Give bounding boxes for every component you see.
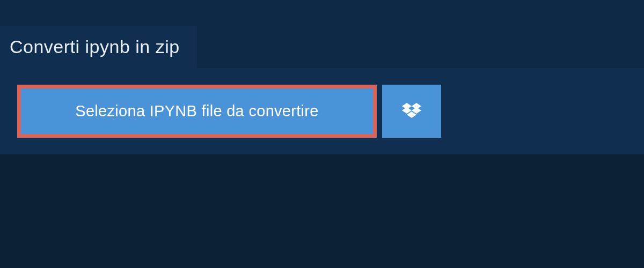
tab-row: Converti ipynb in zip (0, 26, 644, 68)
select-file-button[interactable]: Seleziona IPYNB file da convertire (17, 85, 377, 138)
bottom-area (0, 154, 644, 268)
main-panel: Seleziona IPYNB file da convertire (0, 68, 644, 154)
select-file-label: Seleziona IPYNB file da convertire (75, 102, 318, 120)
tab-convert[interactable]: Converti ipynb in zip (0, 26, 197, 68)
button-row: Seleziona IPYNB file da convertire (17, 85, 627, 138)
dropbox-button[interactable] (382, 85, 441, 138)
dropbox-icon (402, 103, 421, 120)
tab-title: Converti ipynb in zip (10, 36, 180, 57)
top-spacer (0, 0, 644, 26)
